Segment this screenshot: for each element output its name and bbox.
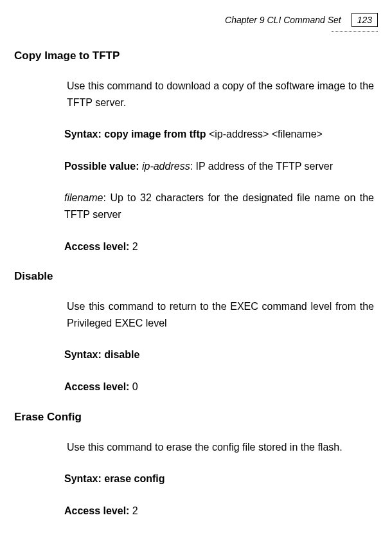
erase-config-description: Use this command to erase the config fil… bbox=[67, 439, 374, 456]
chapter-title: Chapter 9 CLI Command Set bbox=[225, 15, 341, 25]
syntax-args: <ip-address> <filename> bbox=[209, 129, 323, 140]
access-label: Access level: bbox=[64, 241, 132, 252]
erase-config-access-level: Access level: 2 bbox=[64, 503, 374, 519]
copy-image-access-level: Access level: 2 bbox=[64, 239, 374, 255]
disable-access-level: Access level: 0 bbox=[64, 379, 374, 395]
page-header: Chapter 9 CLI Command Set 123 bbox=[14, 13, 378, 27]
syntax-label: Syntax: copy image from tftp bbox=[64, 129, 209, 140]
filename-key: filename bbox=[64, 192, 103, 203]
possible-value-key: ip-address bbox=[142, 161, 190, 172]
section-heading-disable: Disable bbox=[14, 270, 378, 283]
section-heading-erase-config: Erase Config bbox=[14, 411, 378, 424]
copy-image-syntax: Syntax: copy image from tftp <ip-address… bbox=[64, 126, 374, 143]
copy-image-description: Use this command to download a copy of t… bbox=[67, 78, 374, 111]
syntax-label: Syntax: disable bbox=[64, 349, 139, 360]
copy-image-filename: filename: Up to 32 characters for the de… bbox=[64, 190, 374, 222]
access-value: 0 bbox=[132, 381, 138, 392]
copy-image-possible-value: Possible value: ip-address: IP address o… bbox=[64, 158, 374, 175]
possible-value-desc: : IP address of the TFTP server bbox=[190, 161, 333, 172]
access-label: Access level: bbox=[64, 505, 132, 516]
access-value: 2 bbox=[132, 241, 138, 252]
erase-config-syntax: Syntax: erase config bbox=[64, 471, 374, 487]
disable-syntax: Syntax: disable bbox=[64, 346, 374, 363]
possible-value-label: Possible value: bbox=[64, 161, 142, 172]
page-number: 123 bbox=[352, 13, 378, 27]
disable-description: Use this command to return to the EXEC c… bbox=[67, 298, 374, 331]
filename-desc: : Up to 32 characters for the designated… bbox=[64, 192, 374, 220]
syntax-label: Syntax: erase config bbox=[64, 473, 165, 484]
access-label: Access level: bbox=[64, 381, 132, 392]
access-value: 2 bbox=[132, 505, 138, 516]
header-divider bbox=[332, 31, 378, 32]
section-heading-copy-image: Copy Image to TFTP bbox=[14, 50, 378, 62]
